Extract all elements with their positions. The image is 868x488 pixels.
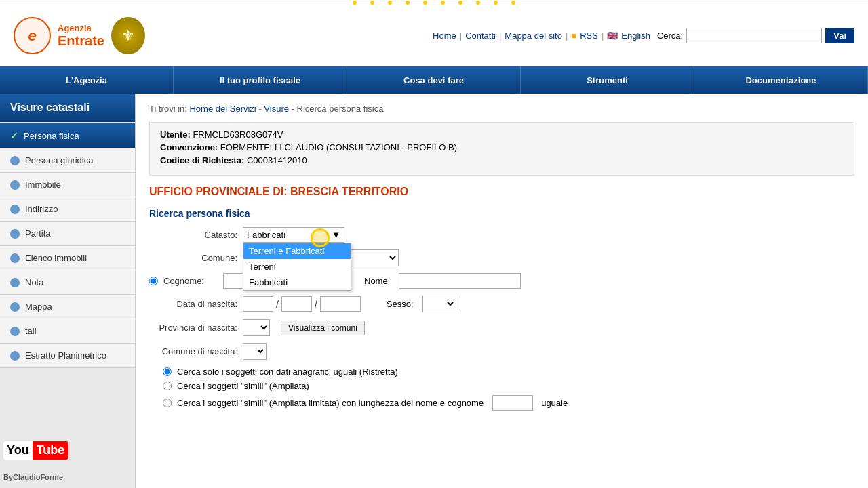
ticker-dot: [494, 1, 498, 5]
year-input[interactable]: [320, 296, 361, 312]
coat-of-arms: ⚜: [111, 17, 145, 54]
nome-label: Nome:: [364, 276, 390, 286]
dot-icon: [10, 278, 20, 287]
youtube-watermark: You Tube: [3, 441, 68, 460]
nav-item-documentazione[interactable]: Documentazione: [694, 66, 868, 94]
sidebar-item-tali[interactable]: tali: [0, 319, 135, 344]
rss-link[interactable]: RSS: [580, 30, 598, 41]
catasto-option-fabbricati[interactable]: Fabbricati: [243, 274, 351, 290]
ticker-dot: [388, 1, 392, 5]
comune-nascita-select[interactable]: [243, 343, 267, 360]
sidebar-item-immobile[interactable]: Immobile: [0, 173, 135, 197]
breadcrumb-suffix: - Ricerca persona fisica: [292, 104, 384, 114]
dot-icon: [10, 205, 20, 214]
youtube-tube: Tube: [33, 441, 69, 460]
codice-row: Codice di Richiesta: C00031412010: [160, 155, 844, 165]
watermark-text: ByClaudioForme: [3, 473, 63, 481]
date-group: / /: [243, 296, 361, 312]
sidebar-item-label: Mappa: [25, 302, 52, 312]
sidebar-item-label: tali: [25, 326, 37, 336]
nav-item-profilo[interactable]: Il tuo profilo fiscale: [174, 66, 347, 94]
sidebar-item-partita[interactable]: Partita: [0, 222, 135, 246]
mappa-link[interactable]: Mappa del sito: [505, 30, 562, 41]
provincia-select[interactable]: [243, 319, 270, 336]
sidebar-item-label: Immobile: [25, 180, 61, 190]
ticker-dot: [370, 1, 374, 5]
breadcrumb-home-link[interactable]: Home dei Servizi: [189, 104, 256, 114]
search-option-radio-2[interactable]: [163, 382, 172, 390]
dot-icon: [10, 229, 20, 239]
dot-icon: [10, 302, 20, 312]
uk-flag-icon: 🇬🇧: [607, 30, 618, 41]
search-input[interactable]: [686, 28, 822, 43]
search-option-radio-1[interactable]: [163, 367, 172, 376]
day-input[interactable]: [243, 296, 273, 312]
ticker-dot: [406, 1, 410, 5]
visualizza-comuni-button[interactable]: Visualizza i comuni: [281, 321, 365, 336]
top-links: Home | Contatti | Mappa del sito | ■ RSS…: [433, 30, 650, 41]
ticker-bar: [0, 0, 868, 5]
ticker-dot: [441, 1, 445, 5]
header: e Agenzia Entrate ⚜ Home | Contatti | Ma…: [0, 5, 868, 66]
breadcrumb-visure-link[interactable]: Visure: [264, 104, 289, 114]
convenzione-label: Convenzione:: [160, 142, 218, 152]
contatti-link[interactable]: Contatti: [465, 30, 496, 41]
catasto-dropdown-container: Fabbricati ▼ Terreni e Fabbricati Terren…: [243, 227, 344, 243]
comune-nascita-row: Comune di nascita:: [149, 343, 854, 360]
convenzione-row: Convenzione: FORMENTELLI CLAUDIO (CONSUL…: [160, 142, 844, 152]
catasto-dropdown-open: Terreni e Fabbricati Terreni Fabbricati: [243, 243, 351, 291]
utente-row: Utente: FRMCLD63R08G074V: [160, 129, 844, 140]
date-sep-2: /: [315, 299, 317, 310]
nav-item-cosa[interactable]: Cosa devi fare: [347, 66, 521, 94]
main-content: Ti trovi in: Home dei Servizi - Visure -…: [136, 94, 868, 488]
nav-item-agenzia[interactable]: L'Agenzia: [0, 66, 174, 94]
sidebar-item-elenco-immobili[interactable]: Elenco immobili: [0, 246, 135, 270]
section-title: UFFICIO PROVINCIALE DI: BRESCIA TERRITOR…: [149, 186, 854, 198]
sidebar-item-label: Partita: [25, 228, 51, 239]
catasto-select-shown[interactable]: Fabbricati ▼: [243, 227, 344, 243]
home-link[interactable]: Home: [433, 30, 456, 41]
sidebar-item-label: Estratto Planimetrico: [25, 350, 106, 361]
search-area: Cerca: Vai: [657, 28, 854, 43]
logo-area: e Agenzia Entrate ⚜: [14, 17, 145, 54]
search-option-row-1: Cerca solo i soggetti con dati anagrafic…: [149, 367, 854, 377]
top-right: Home | Contatti | Mappa del sito | ■ RSS…: [433, 28, 854, 43]
logo-icon: e: [14, 17, 51, 54]
catasto-option-terreni-fabbricati[interactable]: Terreni e Fabbricati: [243, 243, 351, 259]
sidebar-item-label: Persona fisica: [24, 131, 79, 141]
search-option-radio-3[interactable]: [163, 399, 172, 407]
data-sesso-row: Data di nascita: / / Sesso:: [149, 296, 854, 312]
uguale-label: uguale: [541, 398, 568, 408]
sidebar-title: Visure catastali: [0, 94, 135, 122]
comune-nascita-label: Comune di nascita:: [149, 346, 237, 357]
catasto-row: Catasto: Fabbricati ▼ Terreni e Fabbrica…: [149, 227, 854, 243]
cognome-label: Cognome:: [163, 276, 218, 286]
comune-label: Comune:: [149, 253, 237, 263]
month-input[interactable]: [281, 296, 312, 312]
sidebar-item-mappa[interactable]: Mappa: [0, 295, 135, 319]
search-button[interactable]: Vai: [825, 28, 854, 43]
nome-input[interactable]: [399, 273, 521, 289]
sidebar: Visure catastali ✓ Persona fisica Person…: [0, 94, 136, 488]
sidebar-item-label: Persona giuridica: [25, 155, 93, 165]
cognome-radio[interactable]: [149, 277, 158, 285]
uguale-input[interactable]: [492, 395, 533, 411]
catasto-option-terreni[interactable]: Terreni: [243, 259, 351, 274]
provincia-label: Provincia di nascita:: [149, 323, 237, 333]
sidebar-item-planimetrico[interactable]: Estratto Planimetrico: [0, 344, 135, 368]
nav-item-strumenti[interactable]: Strumenti: [521, 66, 694, 94]
ticker-dot: [511, 1, 515, 5]
sidebar-item-label: Nota: [25, 277, 43, 287]
catasto-value: Fabbricati: [247, 230, 285, 240]
ticker-dots: [353, 1, 515, 5]
sesso-select[interactable]: [422, 296, 456, 312]
sidebar-item-persona-fisica[interactable]: ✓ Persona fisica: [0, 123, 135, 148]
search-option-label-3: Cerca i soggetti "simili" (Ampliata limi…: [177, 398, 484, 408]
english-link[interactable]: English: [621, 30, 650, 41]
sidebar-item-persona-giuridica[interactable]: Persona giuridica: [0, 148, 135, 173]
dot-icon: [10, 327, 20, 336]
data-nascita-label: Data di nascita:: [149, 299, 237, 309]
sidebar-item-indirizzo[interactable]: Indirizzo: [0, 197, 135, 222]
sidebar-item-label: Indirizzo: [25, 204, 58, 214]
sidebar-item-nota[interactable]: Nota: [0, 270, 135, 295]
